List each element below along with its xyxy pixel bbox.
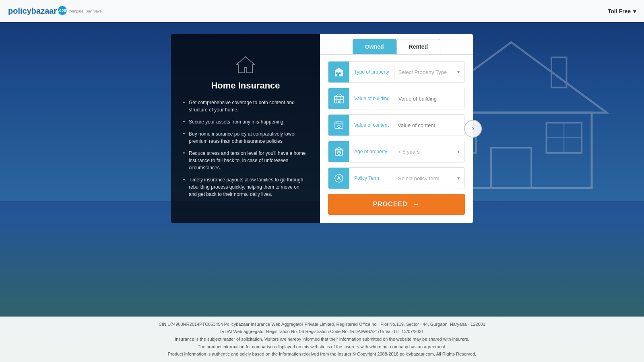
age-of-property-icon (328, 141, 349, 162)
home-icon-area (183, 55, 308, 76)
logo-area: policybazaar .com Compare. Buy. Save. (8, 6, 103, 16)
type-of-property-row: Type of property Select Property Type Ap… (328, 61, 465, 83)
building-value-icon (328, 88, 349, 109)
content-value-icon (328, 115, 349, 136)
svg-marker-12 (334, 68, 344, 71)
info-point-4: Reduce stress and tension level for you'… (183, 150, 308, 171)
next-arrow-button[interactable]: › (464, 120, 482, 138)
svg-point-24 (338, 125, 340, 128)
policy-term-select[interactable]: Select policy term 1 Year 2 Years 3 Year… (394, 168, 464, 189)
policy-term-label: Policy Term (349, 175, 394, 181)
tab-owned[interactable]: Owned (353, 39, 396, 54)
age-of-property-row: Age of property < 5 years 5-10 years 10-… (328, 141, 465, 162)
info-panel: Home Insurance Get comprehensive coverag… (171, 34, 320, 223)
content-value-icon-svg (334, 120, 344, 130)
info-point-5: Timely insurance payouts allow families … (183, 176, 308, 198)
footer-line-3: Insurance is the subject matter of solic… (8, 335, 636, 343)
toll-free-label: Toll Free (608, 8, 631, 14)
policy-term-icon (328, 168, 349, 189)
logo-badge: .com (58, 6, 67, 15)
type-of-property-label: Type of property (349, 69, 394, 75)
info-point-3: Buy home insurance policy at comparative… (183, 130, 308, 145)
property-type-icon (328, 62, 349, 82)
logo-text: policybazaar (8, 6, 57, 16)
info-point-1: Get comprehensive coverage to both conte… (183, 99, 308, 113)
building-icon (334, 67, 344, 77)
value-of-building-row: Value of building (328, 88, 465, 109)
policy-term-select-wrapper[interactable]: Select policy term 1 Year 2 Years 3 Year… (394, 168, 464, 189)
svg-rect-21 (338, 101, 340, 103)
toll-free-button[interactable]: Toll Free ▾ (608, 8, 636, 14)
content-wrapper: Home Insurance Get comprehensive coverag… (171, 34, 473, 223)
form-body: Type of property Select Property Type Ap… (320, 55, 473, 223)
age-of-property-select[interactable]: < 5 years 5-10 years 10-20 years 20+ yea… (394, 141, 464, 162)
building-value-icon-svg (334, 93, 344, 104)
form-panel: Owned Rented Type (320, 34, 473, 223)
footer-line-4: The product information for comparison d… (8, 343, 636, 351)
value-of-building-label: Value of building (349, 96, 394, 101)
info-point-2: Secure your assets from any mis-happenin… (183, 118, 308, 125)
info-list: Get comprehensive coverage to both conte… (183, 99, 308, 203)
footer-line-5: Product information is authentic and sol… (8, 350, 636, 358)
proceed-label: PROCEED (373, 201, 407, 208)
svg-rect-15 (336, 72, 338, 74)
svg-marker-32 (337, 175, 341, 180)
header: policybazaar .com Compare. Buy. Save. To… (0, 0, 644, 22)
home-icon (235, 55, 256, 75)
value-of-content-row: Value of content (328, 114, 465, 136)
footer-line-1: CIN:U74900HR2014PTC053454 Policybazaar I… (8, 321, 636, 328)
age-property-icon-svg (334, 146, 344, 157)
age-of-property-select-wrapper[interactable]: < 5 years 5-10 years 10-20 years 20+ yea… (394, 141, 464, 162)
proceed-arrow-icon: → (413, 200, 420, 209)
footer-line-2: IRDAI Web aggregator Registration No. 06… (8, 328, 636, 335)
value-of-building-input[interactable] (394, 88, 465, 109)
policy-term-icon-svg (334, 173, 344, 183)
chevron-down-icon: ▾ (633, 8, 636, 14)
age-of-property-label: Age of property (349, 149, 394, 154)
policy-term-row: Policy Term Select policy term 1 Year 2 … (328, 167, 465, 189)
tab-rented[interactable]: Rented (396, 39, 440, 54)
value-of-content-label: Value of content (349, 122, 394, 128)
main-content: Home Insurance Get comprehensive coverag… (0, 22, 644, 362)
logo-tagline: Compare. Buy. Save. (68, 9, 103, 13)
svg-marker-10 (236, 57, 255, 73)
type-of-property-select-wrapper[interactable]: Select Property Type Apartment Villa Ind… (394, 62, 464, 82)
property-type-tabs: Owned Rented (320, 34, 473, 55)
info-title: Home Insurance (183, 80, 308, 91)
footer: CIN:U74900HR2014PTC053454 Policybazaar I… (0, 317, 644, 362)
svg-rect-14 (339, 72, 341, 74)
proceed-button[interactable]: PROCEED → (328, 194, 465, 215)
value-of-content-input[interactable] (394, 115, 465, 136)
type-of-property-select[interactable]: Select Property Type Apartment Villa Ind… (394, 62, 464, 82)
